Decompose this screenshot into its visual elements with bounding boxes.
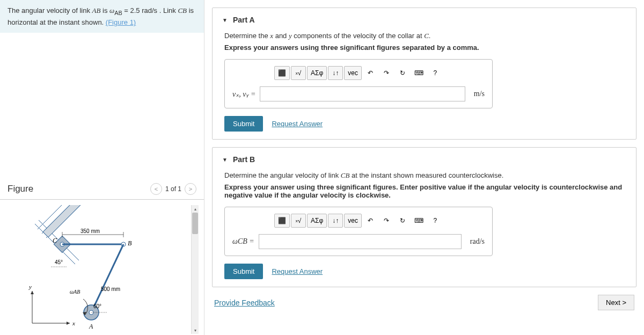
right-panel: ▼ Part A Determine the x and y component…: [204, 0, 644, 335]
figure-content: x y: [0, 200, 204, 335]
sqrt-button[interactable]: x√: [291, 214, 306, 228]
part-a-answer-box: ⬛ x√ ΑΣφ ↓↑ vec ↶ ↷ ↻ ⌨ ? vₓ, vᵧ =: [224, 59, 493, 108]
figure-scrollbar[interactable]: ▴ ▾: [191, 205, 199, 334]
greek-button[interactable]: ΑΣφ: [307, 66, 327, 80]
keyboard-button[interactable]: ⌨: [411, 214, 427, 228]
part-a-request-link[interactable]: Request Answer: [272, 120, 323, 128]
figure-nav: < 1 of 1 >: [150, 183, 196, 195]
part-a-toolbar: ⬛ x√ ΑΣφ ↓↑ vec ↶ ↷ ↻ ⌨ ?: [232, 66, 485, 80]
sqrt-button[interactable]: x√: [291, 66, 306, 80]
caret-down-icon: ▼: [222, 17, 228, 23]
part-b-instruction: Express your answer using three signific…: [224, 183, 626, 199]
undo-button[interactable]: ↶: [363, 66, 378, 80]
axis-y-label: y: [28, 283, 32, 290]
provide-feedback-link[interactable]: Provide Feedback: [214, 298, 275, 307]
dim-cb: 350 mm: [80, 228, 100, 234]
omega-symbol: ω: [109, 6, 114, 14]
templates-button[interactable]: ⬛: [274, 66, 290, 80]
angle-60: 60°: [93, 303, 101, 309]
left-panel: The angular velocity of link AB is ωAB =…: [0, 0, 204, 335]
part-b-unit: rad/s: [470, 237, 485, 246]
part-b-answer-box: ⬛ x√ ΑΣφ ↓↑ vec ↶ ↷ ↻ ⌨ ? ωCB = r: [224, 207, 493, 256]
problem-text-1: The angular velocity of link: [8, 6, 92, 14]
part-a-unit: m/s: [474, 90, 485, 98]
axis-x-label: x: [72, 320, 75, 326]
part-a-submit-button[interactable]: Submit: [224, 116, 263, 132]
part-b-section: ▼ Part B Determine the angular velocity …: [212, 147, 636, 287]
svg-rect-9: [43, 205, 83, 237]
help-button[interactable]: ?: [428, 214, 443, 228]
omega-ab: ωAB: [70, 289, 80, 295]
angle-45: 45°: [55, 259, 63, 265]
templates-button[interactable]: ⬛: [274, 214, 290, 228]
part-b-input-row: ωCB = rad/s: [232, 234, 485, 249]
vec-button[interactable]: vec: [344, 66, 362, 80]
figure-prev-button[interactable]: <: [150, 183, 162, 195]
part-b-actions: Submit Request Answer: [224, 264, 626, 279]
figure-nav-label: 1 of 1: [165, 185, 181, 193]
figure-image: x y: [5, 205, 191, 334]
part-a-instruction: Express your answers using three signifi…: [224, 43, 626, 52]
svg-marker-3: [31, 291, 34, 294]
vec-button[interactable]: vec: [344, 214, 362, 228]
part-a-actions: Submit Request Answer: [224, 116, 626, 132]
figure-link[interactable]: (Figure 1): [106, 18, 136, 26]
link-cb: CB: [178, 6, 187, 14]
part-a-section: ▼ Part A Determine the x and y component…: [212, 8, 636, 140]
figure-next-button[interactable]: >: [185, 183, 196, 195]
part-a-prompt: Determine the x and y components of the …: [224, 32, 626, 40]
svg-marker-2: [67, 322, 70, 325]
svg-line-17: [91, 244, 123, 312]
caret-down-icon: ▼: [222, 157, 228, 163]
part-b-toolbar: ⬛ x√ ΑΣφ ↓↑ vec ↶ ↷ ↻ ⌨ ?: [232, 214, 485, 228]
part-a-title: Part A: [233, 16, 255, 24]
part-b-request-link[interactable]: Request Answer: [272, 267, 323, 275]
redo-button[interactable]: ↷: [379, 214, 394, 228]
part-b-input-label: ωCB =: [232, 237, 254, 246]
problem-text-2: is: [100, 6, 109, 14]
undo-button[interactable]: ↶: [363, 214, 378, 228]
help-button[interactable]: ?: [428, 66, 443, 80]
part-a-header[interactable]: ▼ Part A: [222, 16, 626, 24]
keyboard-button[interactable]: ⌨: [411, 66, 427, 80]
part-a-input-row: vₓ, vᵧ = m/s: [232, 86, 485, 101]
updown-button[interactable]: ↓↑: [328, 66, 343, 80]
part-b-prompt: Determine the angular velocity of link C…: [224, 171, 626, 180]
scroll-thumb[interactable]: [192, 213, 198, 234]
footer-row: Provide Feedback Next >: [204, 295, 644, 312]
figure-title: Figure: [8, 184, 33, 194]
reset-button[interactable]: ↻: [395, 66, 410, 80]
dim-ab: 500 mm: [101, 286, 120, 292]
greek-button[interactable]: ΑΣφ: [307, 214, 327, 228]
figure-section: Figure < 1 of 1 > x y: [0, 183, 204, 335]
redo-button[interactable]: ↷: [379, 66, 394, 80]
scroll-up-icon[interactable]: ▴: [192, 205, 199, 213]
part-a-input-label: vₓ, vᵧ =: [232, 90, 255, 99]
part-a-input[interactable]: [260, 86, 465, 101]
figure-header: Figure < 1 of 1 >: [0, 183, 204, 200]
problem-statement: The angular velocity of link AB is ωAB =…: [0, 0, 204, 33]
updown-button[interactable]: ↓↑: [328, 214, 343, 228]
link-ab: AB: [92, 6, 101, 14]
point-b: B: [128, 239, 132, 247]
figure-svg: x y: [5, 205, 166, 334]
problem-text-3: = 2.5 rad/s . Link: [122, 6, 178, 14]
next-button[interactable]: Next >: [598, 295, 634, 310]
part-b-input[interactable]: [259, 234, 462, 249]
part-b-submit-button[interactable]: Submit: [224, 264, 263, 279]
point-c: C: [53, 237, 57, 244]
reset-button[interactable]: ↻: [395, 214, 410, 228]
part-b-title: Part B: [233, 155, 255, 164]
part-b-header[interactable]: ▼ Part B: [222, 155, 626, 164]
scroll-down-icon[interactable]: ▾: [192, 326, 199, 334]
point-a: A: [89, 323, 93, 330]
omega-sub: AB: [114, 10, 122, 16]
